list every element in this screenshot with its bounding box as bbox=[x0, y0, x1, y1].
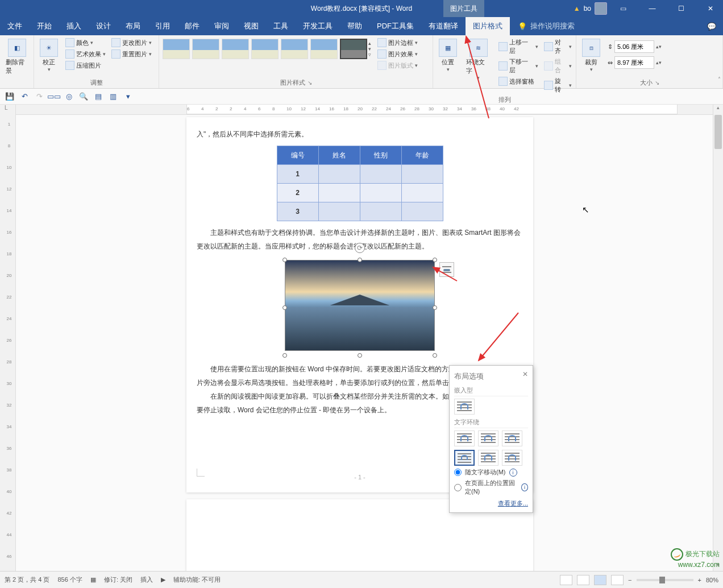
tab-pdf-tools[interactable]: PDF工具集 bbox=[369, 17, 421, 35]
minimize-button[interactable]: ― bbox=[639, 0, 665, 17]
table-header[interactable]: 性别 bbox=[360, 146, 401, 165]
tell-me-search[interactable]: 💡 操作说明搜索 bbox=[510, 17, 575, 35]
table-row[interactable]: 2 bbox=[277, 184, 443, 202]
print-view-button[interactable] bbox=[594, 575, 606, 585]
crop-button[interactable]: ⧈ 裁剪▾ bbox=[579, 38, 604, 73]
selection-pane-button[interactable]: 选择窗格 bbox=[497, 76, 541, 86]
compress-pictures-button[interactable]: 压缩图片 bbox=[64, 60, 107, 71]
height-input[interactable] bbox=[614, 40, 654, 53]
picture-style-selected[interactable] bbox=[340, 39, 367, 59]
picstyles-launcher[interactable]: ↘ bbox=[308, 80, 312, 86]
horizontal-ruler[interactable]: 6422468101214161820222426283032343638404… bbox=[16, 105, 723, 115]
wrap-inline[interactable] bbox=[454, 399, 475, 415]
resize-handle-w[interactable] bbox=[282, 305, 287, 310]
maximize-button[interactable]: ☐ bbox=[668, 0, 694, 17]
resize-handle-se[interactable] bbox=[433, 353, 437, 358]
wrap-text-button[interactable]: ≋ 环绕文字▾ bbox=[463, 38, 495, 82]
wrap-through[interactable] bbox=[502, 430, 522, 446]
info-icon[interactable]: i bbox=[509, 469, 517, 477]
rotate-button[interactable]: 旋转▾ bbox=[542, 76, 574, 94]
tab-design[interactable]: 设计 bbox=[89, 17, 118, 35]
tab-references[interactable]: 引用 bbox=[148, 17, 177, 35]
close-button[interactable]: ✕ bbox=[697, 0, 723, 17]
tab-home[interactable]: 开始 bbox=[30, 17, 59, 35]
wrap-square[interactable] bbox=[454, 430, 475, 446]
vertical-ruler[interactable]: L 18101214161820222426283032343638404244… bbox=[0, 105, 16, 571]
tab-insert[interactable]: 插入 bbox=[59, 17, 89, 35]
tab-help[interactable]: 帮助 bbox=[340, 17, 369, 35]
resize-handle-nw[interactable] bbox=[282, 258, 287, 262]
size-launcher[interactable]: ↘ bbox=[655, 80, 659, 86]
focus-view-button[interactable] bbox=[560, 575, 572, 585]
style-gallery-down[interactable]: ▾ bbox=[368, 46, 371, 52]
resize-handle-n[interactable] bbox=[358, 258, 362, 262]
rotate-handle[interactable]: ⟳ bbox=[355, 243, 365, 253]
move-with-text-radio[interactable]: 随文字移动(M) i bbox=[454, 468, 528, 477]
wrap-tight[interactable] bbox=[478, 430, 498, 446]
selected-image[interactable]: ⟳ bbox=[285, 260, 435, 355]
read-view-button[interactable] bbox=[577, 575, 589, 585]
qat-customize-icon[interactable]: ▾ bbox=[123, 92, 133, 102]
qat-icon-8[interactable]: ▥ bbox=[108, 92, 118, 102]
flyout-close-button[interactable]: ✕ bbox=[522, 370, 528, 378]
zoom-out-button[interactable]: − bbox=[628, 577, 631, 583]
zoom-slider[interactable] bbox=[637, 579, 693, 581]
macro-icon[interactable]: ▶ bbox=[161, 576, 165, 583]
page-indicator[interactable]: 第 2 页，共 4 页 bbox=[5, 575, 49, 584]
style-gallery-up[interactable]: ▴ bbox=[368, 40, 371, 46]
tab-mailings[interactable]: 邮件 bbox=[177, 17, 207, 35]
wrap-top-bottom[interactable] bbox=[454, 450, 475, 466]
tab-file[interactable]: 文件 bbox=[0, 17, 30, 35]
scroll-thumb[interactable] bbox=[714, 115, 722, 149]
picture-style-4[interactable] bbox=[251, 39, 279, 59]
comments-icon[interactable]: 💬 bbox=[700, 17, 723, 35]
picture-style-2[interactable] bbox=[192, 39, 219, 59]
width-input[interactable] bbox=[614, 56, 654, 69]
wrap-front[interactable] bbox=[502, 450, 522, 466]
qat-icon-4[interactable]: ▭▭ bbox=[49, 92, 59, 102]
picture-style-5[interactable] bbox=[281, 39, 308, 59]
picture-border-button[interactable]: 图片边框▾ bbox=[376, 38, 419, 48]
tab-review[interactable]: 审阅 bbox=[207, 17, 236, 35]
table-header[interactable]: 年龄 bbox=[401, 146, 443, 165]
picture-style-1[interactable] bbox=[163, 39, 190, 59]
fix-position-radio[interactable]: 在页面上的位置固定(N) i bbox=[454, 479, 528, 496]
picture-effects-button[interactable]: 图片效果▾ bbox=[376, 49, 419, 59]
tab-view[interactable]: 视图 bbox=[236, 17, 266, 35]
position-button[interactable]: ▦ 位置▾ bbox=[435, 38, 460, 73]
avatar[interactable] bbox=[595, 2, 607, 15]
align-button[interactable]: 对齐▾ bbox=[542, 38, 574, 56]
web-view-button[interactable] bbox=[611, 575, 624, 585]
table-header-row[interactable]: 编号 姓名 性别 年龄 bbox=[277, 146, 443, 165]
tab-picture-format[interactable]: 图片格式 bbox=[466, 17, 510, 35]
picture-style-3[interactable] bbox=[222, 39, 249, 59]
collapse-ribbon-icon[interactable]: ˄ bbox=[718, 76, 721, 82]
bring-forward-button[interactable]: 上移一层▾ bbox=[497, 38, 541, 56]
zoom-level[interactable]: 80% bbox=[706, 577, 718, 583]
tab-developer[interactable]: 开发工具 bbox=[296, 17, 340, 35]
tab-selector[interactable]: L bbox=[5, 105, 8, 111]
document-area[interactable]: 6422468101214161820222426283032343638404… bbox=[16, 105, 723, 571]
scroll-up-button[interactable]: ▴ bbox=[713, 105, 723, 114]
redo-icon[interactable]: ↷ bbox=[34, 92, 44, 102]
resize-handle-e[interactable] bbox=[433, 305, 437, 310]
width-spinner[interactable]: ▴▾ bbox=[656, 60, 662, 65]
change-picture-button[interactable]: 更改图片▾ bbox=[110, 38, 153, 48]
info-icon[interactable]: i bbox=[521, 483, 528, 491]
table-row[interactable]: 3 bbox=[277, 202, 443, 221]
qat-icon-5[interactable]: ◎ bbox=[64, 92, 74, 102]
resize-handle-ne[interactable] bbox=[433, 258, 437, 262]
color-button[interactable]: 颜色▾ bbox=[64, 38, 107, 48]
height-spinner[interactable]: ▴▾ bbox=[656, 44, 662, 49]
zoom-in-button[interactable]: + bbox=[698, 577, 701, 583]
corrections-button[interactable]: ☀ 校正▾ bbox=[36, 38, 61, 73]
resize-handle-s[interactable] bbox=[358, 353, 362, 358]
accessibility-status[interactable]: 辅助功能: 不可用 bbox=[173, 575, 221, 584]
tab-tools[interactable]: 工具 bbox=[266, 17, 296, 35]
table-header[interactable]: 姓名 bbox=[318, 146, 360, 165]
resize-handle-sw[interactable] bbox=[282, 353, 287, 358]
layout-options-button[interactable] bbox=[439, 262, 454, 277]
insert-mode[interactable]: 插入 bbox=[140, 575, 153, 584]
document-table[interactable]: 编号 姓名 性别 年龄 1 2 3 bbox=[277, 146, 443, 221]
language-icon[interactable]: ▦ bbox=[90, 576, 96, 583]
